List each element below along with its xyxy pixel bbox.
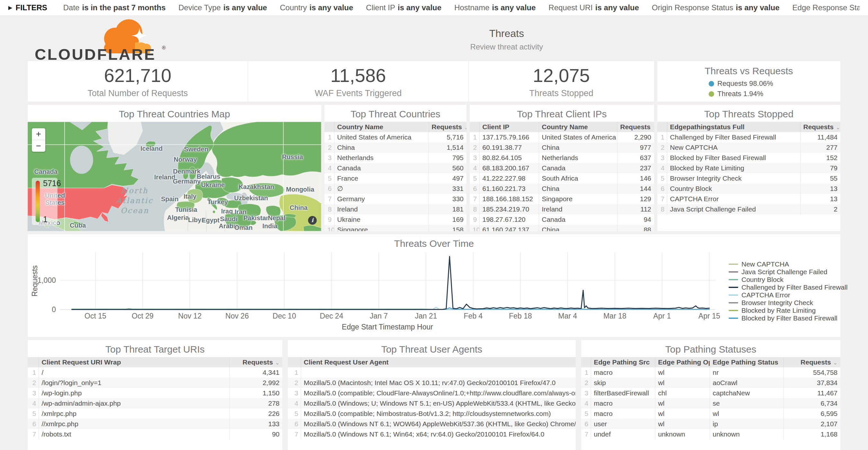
table-row[interactable]: 380.82.64.105Netherlands637	[470, 153, 654, 163]
table-row[interactable]: 4Canada560	[324, 163, 466, 173]
table-row[interactable]: 5France497	[324, 173, 466, 183]
table-row[interactable]: 2skipwlaoCrawl37,834	[581, 378, 840, 388]
x-tick-label: Oct 15	[85, 312, 106, 320]
table-row[interactable]: 1macrowlnr554,758	[581, 367, 840, 378]
table-row[interactable]: 9198.27.67.120Canada94	[470, 214, 654, 225]
x-tick-label: Apr 15	[699, 312, 720, 320]
table-row[interactable]: 1/4,341	[28, 367, 282, 378]
table-row[interactable]: 8185.234.219.70Ireland112	[470, 204, 654, 214]
table-row[interactable]: 7Germany330	[324, 194, 466, 204]
filter-condition[interactable]: Device Typeis any value	[179, 3, 267, 12]
table-row[interactable]: 1	[288, 367, 576, 378]
table-row[interactable]: 2China1,514	[324, 142, 466, 153]
column-header[interactable]: Country Name	[334, 122, 429, 132]
filter-condition[interactable]: Dateis in the past 7 months	[63, 3, 166, 12]
column-header[interactable]: Client IP	[479, 122, 539, 132]
table-row[interactable]: 4/wp-admin/admin-ajax.php278	[28, 398, 282, 409]
table-row[interactable]: 7Mozilla/5.0 (Windows NT 6.1; Win64; x64…	[288, 429, 576, 440]
filter-field-label: Edge Response Status	[793, 3, 860, 12]
table-cell: 146	[617, 173, 654, 183]
table-row[interactable]: 3Netherlands795	[324, 153, 466, 163]
table-row[interactable]: 3filterBasedFirewallchlcaptchaNew11,467	[581, 388, 840, 398]
table-row[interactable]: 4Mozilla/5.0 (Windows; U; Windows NT 5.1…	[288, 398, 576, 409]
table-row[interactable]: 1Challenged by Filter Based Firewall11,4…	[657, 132, 840, 142]
table-row[interactable]: 5Mozilla/5.0 (compatible; Nimbostratus-B…	[288, 409, 576, 419]
filter-condition[interactable]: Origin Response Statusis any value	[652, 3, 780, 12]
table-row[interactable]: 468.183.200.167Canada237	[470, 163, 654, 173]
table-row[interactable]: 2Mozilla/5.0 (Macintosh; Intel Mac OS X …	[288, 378, 576, 388]
filter-condition[interactable]: Edge Response Statusis any value	[793, 3, 860, 12]
table-cell: Singapore	[334, 225, 429, 231]
filter-condition[interactable]: Countryis any value	[280, 3, 353, 12]
table-row[interactable]: 8Java Script Challenge Failed2	[657, 204, 840, 214]
legend-dot-icon	[709, 81, 714, 87]
table-row[interactable]: 2/login/?login_only=12,992	[28, 378, 282, 388]
table-row[interactable]: 1061.160.247.137China88	[470, 225, 654, 231]
table-row[interactable]: 9Ukraine169	[324, 214, 466, 225]
table-row[interactable]: 5/xmlrpc.php226	[28, 409, 282, 419]
table-row[interactable]: 4macrowlse6,734	[581, 398, 840, 409]
table-cell: Ukraine	[334, 214, 429, 225]
table-row[interactable]: 5Browser Integrity Check55	[657, 173, 840, 183]
world-map[interactable]: CanadaUnited StatesMexicoCubaNorth Atlan…	[28, 122, 321, 231]
table-row[interactable]: 7undefunknownunknown1,168	[581, 429, 840, 440]
table-row[interactable]: 6userwlip2,107	[581, 419, 840, 429]
table-row[interactable]: 6Country Block13	[657, 183, 840, 194]
table-cell: France	[334, 173, 429, 183]
row-number-header	[657, 122, 667, 132]
table-row[interactable]: 6//xmlrpc.php133	[28, 419, 282, 429]
filters-toggle[interactable]: ▶ FILTERS	[8, 3, 47, 12]
table-row[interactable]: 3/wp-login.php1,150	[28, 388, 282, 398]
column-header[interactable]: Edge Pathing Status	[710, 357, 783, 367]
column-header[interactable]: Requests⌄	[800, 122, 840, 132]
filter-condition[interactable]: Hostnameis any value	[454, 3, 535, 12]
legend-line-icon	[728, 310, 738, 311]
table-row[interactable]: 541.222.227.98South Africa146	[470, 173, 654, 183]
table-row[interactable]: 7188.166.188.152Singapore129	[470, 194, 654, 204]
column-header[interactable]: Requests⌄	[429, 122, 466, 132]
table-row[interactable]: 10Singapore158	[324, 225, 466, 231]
column-header[interactable]: Country Name	[539, 122, 617, 132]
column-header[interactable]: Client Request URI Wrap	[38, 357, 229, 367]
filter-bar: ▶ FILTERS Dateis in the past 7 monthsDev…	[0, 0, 868, 16]
table-row[interactable]: 3Mozilla/5.0 (compatible; CloudFlare-Alw…	[288, 388, 576, 398]
map-info-button[interactable]: i	[308, 216, 317, 225]
table-row[interactable]: 661.160.221.73China144	[470, 183, 654, 194]
table-cell: 11,467	[783, 388, 840, 398]
svg-text:®: ®	[162, 45, 166, 51]
table-row[interactable]: 2New CAPTCHA277	[657, 142, 840, 153]
filter-condition[interactable]: Request URIis any value	[549, 3, 639, 12]
column-header[interactable]: Requests⌄	[783, 357, 840, 367]
table-row[interactable]: 260.191.38.77China977	[470, 142, 654, 153]
column-header[interactable]: Edgepathingstatus Full	[667, 122, 800, 132]
table-cell: 55	[800, 173, 840, 183]
table-row[interactable]: 7/robots.txt90	[28, 429, 282, 440]
map-zoom-in-button[interactable]: +	[32, 128, 45, 140]
column-header[interactable]: Client Request User Agent	[301, 357, 576, 367]
table-row[interactable]: 1137.175.79.166United States of America2…	[470, 132, 654, 142]
table-row[interactable]: 7CAPTCHA Error13	[657, 194, 840, 204]
table-row[interactable]: 3Blocked by Filter Based Firewall152	[657, 153, 840, 163]
threats-over-time-panel: Oct 15Oct 29Nov 12Nov 26Dec 10Dec 24Jan …	[28, 234, 840, 337]
table-row[interactable]: 8Ireland181	[324, 204, 466, 214]
table-row[interactable]: 1United States of America5,716	[324, 132, 466, 142]
row-number: 2	[470, 142, 479, 153]
table-row[interactable]: 6∅331	[324, 183, 466, 194]
table-cell: 1,514	[429, 142, 466, 153]
map-zoom-out-button[interactable]: −	[32, 140, 45, 152]
column-header[interactable]: Edge Pathing Op	[655, 357, 710, 367]
legend-line-icon	[728, 271, 738, 273]
table-row[interactable]: 6Mozilla/5.0 (Windows NT 6.1; WOW64) App…	[288, 419, 576, 429]
column-header[interactable]: Requests⌄	[617, 122, 654, 132]
column-header[interactable]: Requests⌄	[229, 357, 282, 367]
row-number: 2	[288, 378, 301, 388]
country-label: Uzbekistan	[234, 194, 268, 202]
filter-condition[interactable]: Client IPis any value	[366, 3, 441, 12]
table-cell: 181	[429, 204, 466, 214]
country-label: Sweden	[184, 146, 209, 153]
table-cell: se	[710, 398, 783, 409]
table-row[interactable]: 5macrowlwl6,595	[581, 409, 840, 419]
table-row[interactable]: 4Blocked by Rate Limiting79	[657, 163, 840, 173]
table-cell: 2,992	[229, 378, 282, 388]
column-header[interactable]: Edge Pathing Src	[591, 357, 655, 367]
